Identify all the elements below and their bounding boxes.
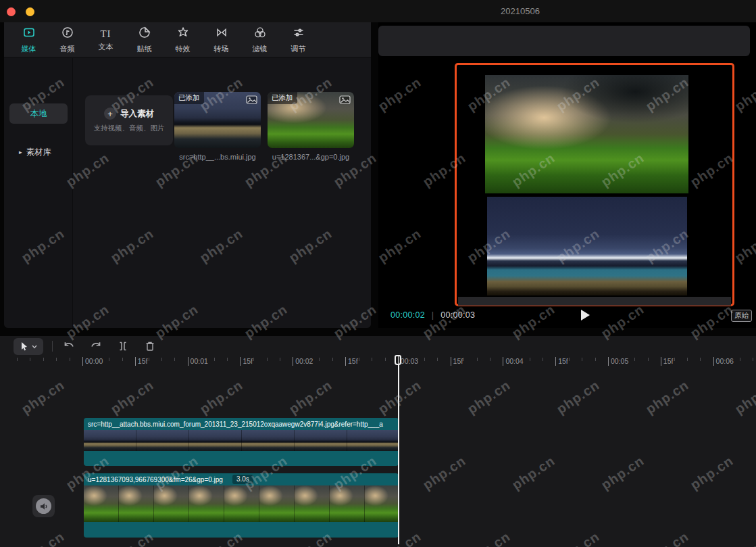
tab-label: 调节 — [291, 44, 306, 54]
filmstrip-frame — [295, 430, 347, 451]
tab-transition[interactable]: 转场 — [202, 22, 241, 57]
time-separator: | — [432, 310, 434, 320]
preview-header — [378, 26, 750, 56]
time-display: 00:00:02 | 00:00:03 — [390, 310, 475, 320]
filmstrip-frame — [119, 485, 154, 522]
text-icon: TI — [100, 28, 111, 40]
ruler-label: 15f — [661, 357, 674, 366]
mute-track-button[interactable] — [32, 495, 55, 517]
timeline-toolbar — [0, 336, 756, 356]
media-icon — [22, 26, 36, 42]
preview-panel: 00:00:02 | 00:00:03 原始 — [378, 22, 756, 328]
image-type-icon — [339, 95, 351, 107]
sidebar-item-library[interactable]: ▸ 素材库 — [9, 142, 68, 162]
sidebar-item-local[interactable]: 本地 — [9, 103, 68, 124]
preview-image-field[interactable] — [485, 75, 688, 193]
redo-button[interactable] — [88, 339, 104, 354]
tab-effects[interactable]: 特效 — [163, 22, 202, 57]
ruler-minor-ticks — [17, 358, 756, 361]
tab-text[interactable]: TI 文本 — [86, 22, 125, 57]
filmstrip-frame — [259, 485, 295, 522]
playhead-handle[interactable] — [395, 355, 401, 365]
speaker-icon — [36, 498, 51, 514]
timeline-ruler[interactable]: 00:00 15f 00:01 15f 00:02 15f 00:03 15f … — [0, 356, 756, 368]
undo-button[interactable] — [61, 339, 77, 354]
tab-filter[interactable]: 滤镜 — [241, 22, 279, 57]
sticker-icon — [138, 26, 151, 42]
chevron-right-icon: ▸ — [19, 149, 22, 156]
timeline-clip-field[interactable]: u=1281367093,966769300&fm=26&gp=0.jpg 3.… — [84, 473, 399, 538]
media-library-panel: 媒体 音频 TI 文本 — [4, 22, 371, 328]
playhead[interactable] — [398, 356, 399, 544]
media-content-area: + 导入素材 支持视频、音频、图片 已添加 src=htt — [73, 58, 371, 328]
import-title: 导入素材 — [120, 108, 154, 120]
audio-icon — [61, 26, 74, 42]
timeline-clip-lake[interactable]: src=http__attach.bbs.miui.com_forum_2013… — [84, 418, 399, 466]
filmstrip-frame — [347, 430, 399, 451]
tab-adjust[interactable]: 调节 — [279, 22, 318, 57]
media-item-lake[interactable]: 已添加 src=http__...bs.miui.jpg — [174, 92, 261, 161]
ruler-label: 00:04 — [503, 357, 523, 366]
minimize-button[interactable] — [26, 7, 34, 16]
clip-duration-badge: 3.0s — [232, 475, 253, 484]
ruler-label: 00:02 — [293, 357, 313, 366]
toolbar-divider — [52, 341, 53, 352]
filmstrip-frame — [295, 485, 330, 522]
tab-label: 贴纸 — [137, 44, 152, 54]
ruler-label: 00:00 — [82, 357, 103, 366]
window-title: 20210506 — [473, 6, 568, 16]
select-tool-button[interactable] — [14, 338, 43, 355]
filmstrip-frame — [154, 485, 189, 522]
close-button[interactable] — [7, 7, 16, 16]
import-subtitle: 支持视频、音频、图片 — [94, 124, 165, 133]
filmstrip-frame — [136, 430, 189, 451]
top-tabbar: 媒体 音频 TI 文本 — [4, 22, 371, 57]
tab-sticker[interactable]: 贴纸 — [125, 22, 163, 57]
import-media-button[interactable]: + 导入素材 支持视频、音频、图片 — [85, 95, 173, 145]
ruler-label: 15f — [345, 357, 358, 366]
play-button[interactable] — [581, 310, 590, 320]
tab-audio[interactable]: 音频 — [48, 22, 86, 57]
media-thumbnail[interactable]: 已添加 — [268, 92, 354, 148]
tab-media[interactable]: 媒体 — [9, 22, 48, 57]
ruler-label: 00:05 — [608, 357, 628, 366]
split-button[interactable] — [115, 339, 131, 354]
tab-label: 媒体 — [22, 44, 36, 54]
ruler-label: 00:06 — [713, 357, 734, 366]
tab-label: 转场 — [214, 44, 229, 54]
clip-filmstrip — [84, 430, 399, 451]
ruler-label: 00:01 — [188, 357, 208, 366]
media-thumbnail[interactable]: 已添加 — [174, 92, 261, 148]
undo-icon — [62, 340, 76, 352]
cursor-icon — [20, 341, 29, 352]
preview-selection-frame[interactable] — [455, 63, 734, 306]
ruler-label: 15f — [135, 357, 148, 366]
plus-icon: + — [104, 108, 116, 120]
filmstrip-frame — [189, 430, 242, 451]
clip-filename: src=http__attach.bbs.miui.com_forum_2013… — [88, 421, 383, 428]
preview-controls: 00:00:02 | 00:00:03 原始 — [378, 308, 756, 325]
tab-label: 文本 — [99, 42, 114, 52]
tab-label: 音频 — [60, 44, 75, 54]
media-item-field[interactable]: 已添加 u=1281367...&gp=0.jpg — [268, 92, 354, 161]
media-filename: src=http__...bs.miui.jpg — [174, 153, 261, 161]
media-sidebar: 本地 ▸ 素材库 — [4, 58, 73, 328]
clip-filename: u=1281367093,966769300&fm=26&gp=0.jpg — [88, 476, 223, 483]
trash-icon — [144, 340, 156, 352]
image-type-icon — [246, 95, 257, 107]
redo-icon — [89, 340, 103, 352]
tab-label: 滤镜 — [253, 44, 268, 54]
chevron-down-icon — [32, 345, 37, 349]
added-badge: 已添加 — [174, 92, 204, 104]
sidebar-item-label: 本地 — [30, 108, 47, 120]
filmstrip-frame — [84, 430, 136, 451]
original-quality-button[interactable]: 原始 — [731, 310, 752, 322]
preview-image-lake[interactable] — [487, 197, 687, 295]
split-icon — [117, 340, 129, 352]
clip-filmstrip — [84, 485, 399, 522]
delete-button[interactable] — [142, 339, 158, 354]
filter-icon — [253, 26, 267, 42]
tab-label: 特效 — [176, 44, 191, 54]
added-badge: 已添加 — [268, 92, 297, 104]
filmstrip-frame — [84, 485, 119, 522]
